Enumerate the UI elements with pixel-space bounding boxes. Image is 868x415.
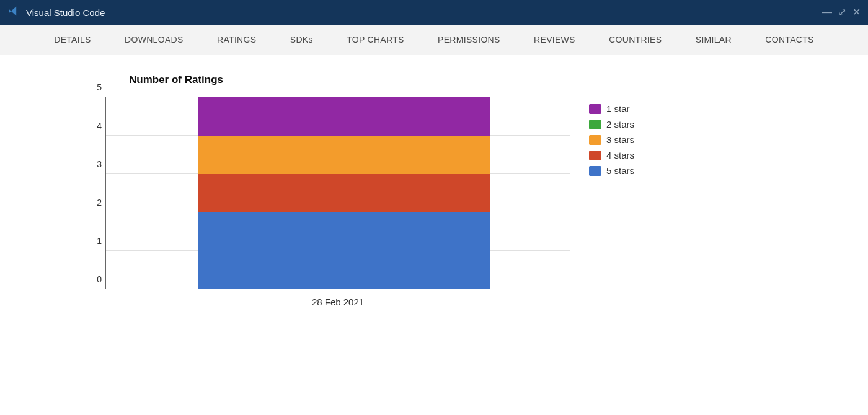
tab-downloads[interactable]: DOWNLOADS [120, 32, 188, 47]
legend-swatch [589, 135, 601, 145]
chart-plot: 012345 [105, 97, 570, 289]
legend-label: 3 stars [606, 134, 634, 145]
y-tick-label: 3 [97, 159, 102, 169]
tab-sdks[interactable]: SDKs [285, 32, 318, 47]
tab-bar: DETAILS DOWNLOADS RATINGS SDKs TOP CHART… [0, 25, 868, 55]
bar-segment [198, 97, 490, 136]
legend-label: 4 stars [606, 150, 634, 160]
tab-permissions[interactable]: PERMISSIONS [433, 32, 505, 47]
y-tick-label: 2 [97, 198, 102, 208]
y-tick-label: 0 [97, 274, 102, 284]
legend-swatch [589, 120, 601, 129]
chart-title: Number of Ratings [129, 74, 763, 86]
tab-reviews[interactable]: REVIEWS [529, 32, 580, 47]
bar-segment [198, 212, 490, 289]
legend-item[interactable]: 1 star [589, 103, 634, 114]
window-titlebar: Visual Studio Code — ⤢ ✕ [0, 0, 868, 25]
y-tick-label: 5 [97, 82, 102, 92]
y-tick-label: 4 [97, 121, 102, 131]
window-controls: — ⤢ ✕ [822, 7, 861, 17]
tab-countries[interactable]: COUNTRIES [604, 32, 666, 47]
tab-similar[interactable]: SIMILAR [691, 32, 737, 47]
tab-contacts[interactable]: CONTACTS [760, 32, 818, 47]
vscode-icon [7, 5, 20, 20]
y-axis-line [105, 97, 106, 289]
legend-item[interactable]: 5 stars [589, 165, 634, 176]
legend-item[interactable]: 4 stars [589, 150, 634, 160]
tab-details[interactable]: DETAILS [49, 32, 95, 47]
close-icon[interactable]: ✕ [852, 7, 861, 17]
y-axis: 012345 [93, 97, 105, 289]
legend-label: 2 stars [606, 119, 634, 129]
legend-item[interactable]: 3 stars [589, 134, 634, 145]
tab-top-charts[interactable]: TOP CHARTS [342, 32, 409, 47]
tab-ratings[interactable]: RATINGS [212, 32, 261, 47]
minimize-icon[interactable]: — [822, 7, 832, 17]
y-tick-label: 1 [97, 236, 102, 246]
bar-segment [198, 136, 490, 174]
bar-segment [198, 174, 490, 212]
chart-container: Number of Ratings 012345 28 Feb 2021 1 s… [105, 74, 763, 307]
legend-swatch [589, 166, 601, 176]
chart-legend: 1 star2 stars3 stars4 stars5 stars [589, 97, 634, 181]
x-tick-label: 28 Feb 2021 [105, 297, 570, 307]
window-title: Visual Studio Code [26, 7, 105, 18]
legend-label: 5 stars [606, 165, 634, 176]
maximize-icon[interactable]: ⤢ [838, 7, 846, 17]
titlebar-left: Visual Studio Code [7, 5, 105, 20]
legend-swatch [589, 104, 601, 114]
legend-item[interactable]: 2 stars [589, 119, 634, 129]
legend-label: 1 star [606, 103, 630, 114]
legend-swatch [589, 151, 601, 160]
content-area: Number of Ratings 012345 28 Feb 2021 1 s… [0, 55, 868, 307]
